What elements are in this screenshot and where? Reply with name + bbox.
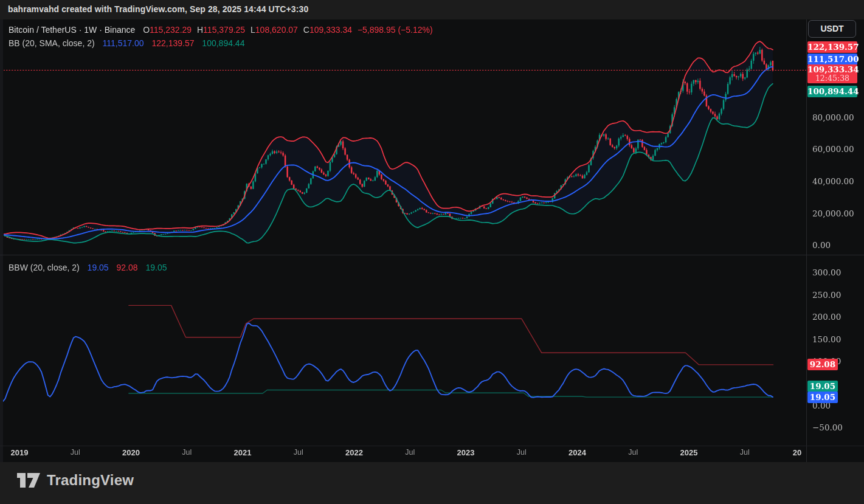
bb-basis-price-label: 111,517.00 [807,54,857,65]
price-axis-scale[interactable]: 122,139.57 111,517.00 109,333.34 12:45:3… [807,19,864,462]
open-label: O [143,25,150,35]
bbw-value-label: 19.05 [807,392,838,403]
time-axis-month-label: Jul [405,448,415,457]
axis-tick-label: 250.00 [812,290,841,300]
attribution-bar: bahramvahd created with TradingView.com,… [0,0,864,19]
symbol-legend: Bitcoin / TetherUS · 1W · Binance O115,2… [9,23,433,50]
high-value: 115,379.25 [203,25,245,35]
tradingview-wordmark: TradingView [47,472,134,489]
time-axis-year-label: 2025 [680,448,698,457]
open-value: 115,232.29 [150,25,192,35]
last-price-value: 109,333.34 [807,64,859,74]
bb-legend-row: BB (20, SMA, close, 2) 111,517.00 122,13… [9,36,433,50]
bbw-lowest-value: 19.05 [145,263,167,272]
axis-tick-label: 300.00 [812,268,841,277]
axis-tick-label: 20,000.00 [812,209,854,218]
bbw-highest-label: 92.08 [807,359,838,370]
bbw-lowest-label: 19.05 [807,381,838,392]
axis-tick-label: 150.00 [812,334,841,344]
time-axis-scale[interactable]: 2019Jul2020Jul2021Jul2022Jul2023Jul2024J… [0,446,806,462]
bb-lower-price-label: 100,894.44 [807,86,857,97]
close-value: 109,333.34 [309,25,352,35]
change-value: −5,898.95 (−5.12%) [358,25,433,35]
time-axis-year-label: 2023 [457,448,475,457]
tradingview-chart-window: bahramvahd created with TradingView.com,… [0,0,864,504]
price-and-bbw-chart-canvas[interactable] [0,19,806,462]
tradingview-logo-icon [17,473,40,488]
bb-upper-price-label: 122,139.57 [807,41,857,53]
time-axis-year-label: 2024 [569,448,586,457]
close-label: C [303,25,309,35]
bb-basis-value: 111,517.00 [103,38,144,48]
bbw-indicator-title[interactable]: BBW (20, close, 2) [9,263,80,272]
bbw-highest-value: 92.08 [117,263,138,272]
currency-toggle-button[interactable]: USDT [808,20,856,38]
symbol-legend-row: Bitcoin / TetherUS · 1W · Binance O115,2… [9,23,433,36]
time-axis-year-label: 2021 [234,448,252,457]
time-axis-month-label: Jul [294,448,303,457]
last-price-label: 109,333.34 12:45:38 [807,64,857,83]
attribution-text: bahramvahd created with TradingView.com,… [8,4,308,14]
bb-indicator-title[interactable]: BB (20, SMA, close, 2) [9,38,95,48]
symbol-title[interactable]: Bitcoin / TetherUS · 1W · Binance [9,25,135,35]
time-axis-year-label: 20 [793,448,801,457]
chart-left-edge [0,19,3,462]
bbw-legend: BBW (20, close, 2) 19.05 92.08 19.05 [9,261,167,274]
time-axis-month-label: Jul [71,448,80,457]
time-axis-year-label: 2022 [345,448,363,457]
bbw-value: 19.05 [88,263,109,272]
bar-countdown: 12:45:38 [807,74,857,83]
low-label: L [251,25,255,35]
bb-lower-value: 100,894.44 [202,38,244,48]
axis-tick-label: −50.00 [812,423,843,432]
time-axis-year-label: 2019 [11,448,29,457]
low-value: 108,620.07 [255,25,298,35]
time-axis-month-label: Jul [182,448,192,457]
axis-tick-label: 200.00 [812,312,841,322]
time-axis-year-label: 2020 [122,448,140,457]
axis-tick-label: 60,000.00 [812,144,854,154]
bbw-legend-row: BBW (20, close, 2) 19.05 92.08 19.05 [9,261,167,274]
axis-tick-label: 80,000.00 [812,112,854,122]
high-label: H [197,25,203,35]
pane-divider[interactable] [0,255,864,255]
time-axis-month-label: Jul [628,448,638,457]
bb-upper-value: 122,139.57 [151,38,194,48]
tradingview-brand-link[interactable]: TradingView [17,472,134,489]
time-axis-month-label: Jul [517,448,527,457]
footer-bar: TradingView [0,462,864,504]
axis-tick-label: 0.00 [812,240,831,250]
time-axis-month-label: Jul [740,448,750,457]
axis-tick-label: 40,000.00 [812,176,854,186]
